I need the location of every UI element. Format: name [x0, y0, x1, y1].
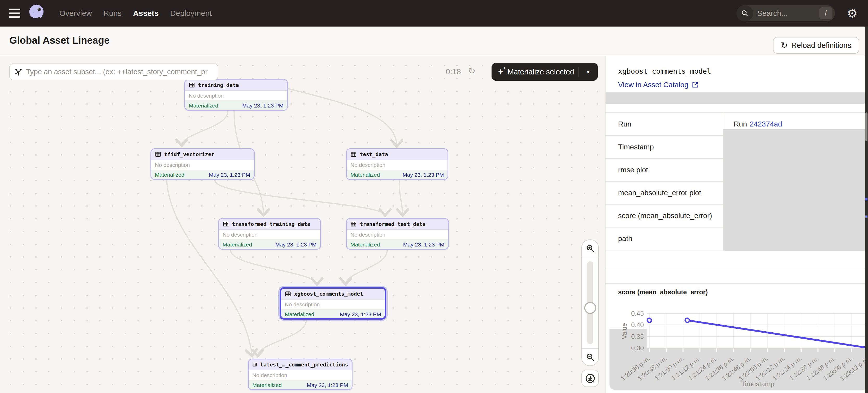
zoom-in-button[interactable]	[582, 240, 598, 257]
edge-tfidf_vectorizer-to-transformed_test_data	[215, 181, 385, 216]
dagster-logo[interactable]	[26, 3, 46, 24]
status-badge: Materialized	[155, 172, 184, 178]
row-label: path	[606, 227, 723, 250]
asset-name: training_data	[198, 82, 239, 88]
asset-node-latest_…_comment_predictions[interactable]: latest_…_comment_predictionsNo descripti…	[248, 359, 352, 390]
asset-name: transformed_test_data	[360, 221, 426, 227]
chart-title: score (mean_absolute_error)	[618, 288, 708, 296]
row-label: Run	[606, 113, 723, 135]
asset-description: No description	[347, 230, 448, 240]
asset-description: No description	[219, 230, 320, 240]
asset-description: No description	[249, 370, 352, 381]
nav-tab-deployment[interactable]: Deployment	[170, 9, 212, 18]
materialization-date[interactable]: May 23, 1:23 PM	[403, 172, 444, 178]
svg-text:0.40: 0.40	[631, 321, 644, 328]
zoom-controls	[581, 239, 599, 366]
table-icon	[189, 82, 195, 88]
asset-description: No description	[185, 91, 287, 101]
table-icon	[252, 361, 257, 368]
sparkle-icon: ✦✦	[497, 68, 504, 76]
edge-xgboost_comments_model-to-latest_…_comment_predictions	[258, 320, 306, 356]
asset-description: No description	[151, 160, 254, 170]
asset-node-training_data[interactable]: training_dataNo descriptionMaterializedM…	[184, 79, 288, 110]
section-row-system-tags[interactable]: Materialization system tags ▶	[606, 251, 868, 267]
asset-detail-panel: xgboost_comments_model View in Asset Cat…	[605, 56, 868, 393]
status-badge: Materialized	[252, 382, 282, 388]
materialization-date[interactable]: May 23, 1:23 PM	[307, 382, 348, 388]
materialization-date[interactable]: May 23, 1:23 PM	[242, 103, 283, 109]
asset-name: tfidf_vectorizer	[164, 151, 215, 158]
gear-icon[interactable]: ⚙	[847, 7, 858, 19]
row-label: Timestamp	[606, 136, 723, 158]
edge-training_data-to-test_data	[287, 89, 397, 146]
search-placeholder: Search...	[757, 9, 819, 18]
zoom-out-button[interactable]	[582, 348, 598, 365]
graph-refresh-icon[interactable]: ↻	[468, 66, 476, 76]
edge-transformed_test_data-to-xgboost_comments_model	[346, 250, 387, 285]
row-label: mean_absolute_error plot	[606, 182, 723, 204]
svg-text:0.35: 0.35	[631, 333, 644, 340]
global-search-input[interactable]: Search... /	[737, 5, 835, 21]
edge-tfidf_vectorizer-to-latest_…_comment_predictions	[166, 181, 252, 356]
panel-scroll-band[interactable]	[606, 92, 868, 104]
asset-description: No description	[281, 300, 385, 310]
table-icon	[155, 151, 161, 158]
search-shortcut-badge: /	[819, 7, 832, 19]
lineage-graph[interactable]: training_dataNo descriptionMaterializedM…	[0, 56, 605, 393]
table-icon	[350, 221, 357, 227]
scrollbar-thumb[interactable]	[865, 112, 867, 141]
menu-icon[interactable]	[9, 9, 20, 18]
row-label: score (mean_absolute_error)	[606, 204, 723, 227]
score-line-chart: 0.450.400.350.301:20:36 p.m.1:20:48 p.m.…	[610, 298, 868, 391]
op-selector-icon	[14, 68, 22, 76]
materialization-date[interactable]: May 23, 1:23 PM	[403, 241, 444, 248]
asset-node-xgboost_comments_model[interactable]: xgboost_comments_modelNo descriptionMate…	[280, 287, 386, 320]
asset-name: xgboost_comments_model	[294, 291, 363, 297]
table-icon	[285, 291, 291, 297]
svg-text:Value: Value	[621, 323, 628, 339]
zoom-slider[interactable]	[582, 257, 598, 348]
table-icon	[350, 151, 357, 158]
asset-name: latest_…_comment_predictions	[260, 361, 348, 368]
materialization-date[interactable]: May 23, 1:23 PM	[340, 311, 381, 318]
nav-tabs: OverviewRunsAssetsDeployment	[59, 0, 212, 27]
right-edge-scrollbar[interactable]	[865, 27, 868, 393]
nav-tab-runs[interactable]: Runs	[103, 9, 122, 18]
section-row-metadata-plots[interactable]: Metadata plots ▼	[606, 267, 868, 284]
run-id-link[interactable]: 242374ad	[749, 120, 782, 128]
status-badge: Materialized	[223, 241, 252, 248]
zoom-to-fit-button[interactable]	[581, 369, 599, 387]
svg-text:0.45: 0.45	[631, 310, 644, 317]
external-link-icon	[691, 81, 699, 89]
reload-definitions-button[interactable]: ↻ Reload definitions	[773, 37, 859, 54]
status-badge: Materialized	[350, 172, 380, 178]
table-icon	[223, 221, 229, 227]
view-in-asset-catalog-link[interactable]: View in Asset Catalog	[618, 81, 699, 89]
asset-node-transformed_test_data[interactable]: transformed_test_dataNo descriptionMater…	[346, 218, 449, 250]
edge-training_data-to-tfidf_vectorizer	[182, 111, 228, 146]
asset-node-transformed_training_data[interactable]: transformed_training_dataNo descriptionM…	[218, 218, 321, 250]
materialization-date[interactable]: May 23, 1:23 PM	[275, 241, 317, 248]
svg-text:0.30: 0.30	[631, 344, 644, 352]
asset-filter-placeholder: Type an asset subset... (ex: ++latest_st…	[26, 68, 208, 76]
status-badge: Materialized	[285, 311, 314, 318]
panel-asset-title: xgboost_comments_model	[618, 67, 711, 75]
nav-tab-assets[interactable]: Assets	[133, 9, 159, 18]
edge-transformed_training_data-to-xgboost_comments_model	[230, 250, 317, 285]
reload-label: Reload definitions	[791, 41, 851, 50]
page-title: Global Asset Lineage	[9, 35, 110, 46]
asset-node-tfidf_vectorizer[interactable]: tfidf_vectorizerNo descriptionMaterializ…	[151, 149, 255, 180]
search-icon	[737, 5, 753, 21]
zoom-slider-handle[interactable]	[584, 302, 596, 314]
status-badge: Materialized	[350, 241, 380, 248]
asset-name: test_data	[360, 151, 388, 158]
materialize-label: Materialize selected	[507, 68, 574, 76]
asset-filter-input[interactable]: Type an asset subset... (ex: ++latest_st…	[9, 64, 218, 80]
nav-right: Search... / ⚙	[737, 0, 858, 27]
nav-tab-overview[interactable]: Overview	[59, 9, 92, 18]
materialize-selected-button[interactable]: ✦✦ Materialize selected ▾	[492, 63, 598, 81]
asset-node-test_data[interactable]: test_dataNo descriptionMaterializedMay 2…	[346, 149, 448, 180]
materialization-date[interactable]: May 23, 1:23 PM	[209, 172, 250, 178]
materialize-dropdown-button[interactable]: ▾	[578, 67, 598, 77]
reload-icon: ↻	[781, 41, 788, 50]
